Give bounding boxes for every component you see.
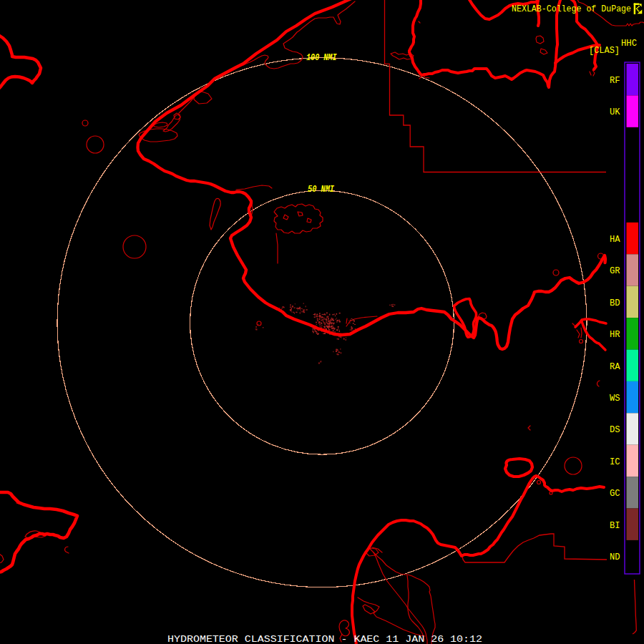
svg-text:RF: RF <box>610 76 620 86</box>
svg-text:HR: HR <box>610 330 620 340</box>
svg-text:HHC: HHC <box>621 39 637 49</box>
svg-text:[CLAS]: [CLAS] <box>589 46 620 56</box>
svg-text:GR: GR <box>610 266 620 276</box>
svg-text:DS: DS <box>610 425 620 435</box>
svg-text:BI: BI <box>610 521 620 531</box>
svg-text:IC: IC <box>610 457 620 467</box>
svg-text:HA: HA <box>610 235 620 245</box>
svg-text:RA: RA <box>610 362 620 372</box>
svg-text:WS: WS <box>610 394 620 404</box>
svg-text:50 NMI: 50 NMI <box>308 184 334 195</box>
svg-text:ND: ND <box>610 552 620 562</box>
svg-text:HYDROMETEOR CLASSIFICATION - K: HYDROMETEOR CLASSIFICATION - KAEC 11 JAN… <box>167 635 482 644</box>
svg-text:100 NMI: 100 NMI <box>306 52 337 63</box>
svg-text:BD: BD <box>610 298 620 308</box>
svg-text:UK: UK <box>610 107 620 117</box>
svg-text:GC: GC <box>610 489 620 499</box>
svg-text:NEXLAB-College of DuPage: NEXLAB-College of DuPage <box>512 4 631 14</box>
